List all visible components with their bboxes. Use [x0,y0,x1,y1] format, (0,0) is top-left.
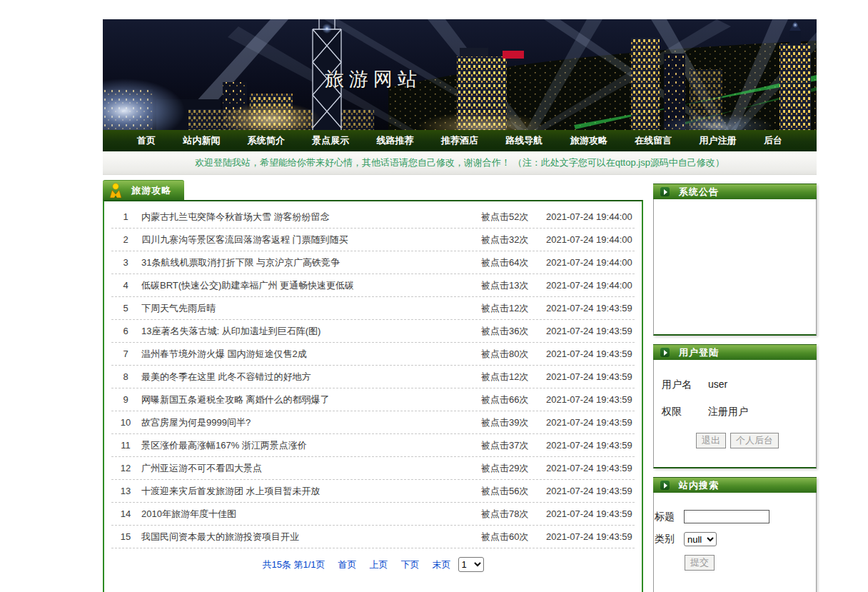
search-category-select[interactable]: null [684,532,717,546]
news-click-count: 被点击37次 [481,439,546,452]
news-click-count: 被点击12次 [481,371,546,383]
announcement-body [653,199,817,336]
nav-item[interactable]: 首页 [137,134,156,147]
news-title-link[interactable]: 31条航线机票取消打折下限 与京沪京广高铁竞争 [141,256,481,269]
news-title-link[interactable]: 景区涨价最高涨幅167% 浙江两景点涨价 [141,439,481,452]
panel-login-title: 用户登陆 [679,346,719,359]
pagination-next-link[interactable]: 下页 [401,558,420,571]
panel-search-title: 站内搜索 [679,479,719,492]
news-row: 10 故宫房屋为何是9999间半? 被点击39次 2021-07-24 19:4… [111,411,635,434]
welcome-bar: 欢迎登陆我站，希望能给你带来好心情，其他话语请您自己修改，谢谢合作！ （注：此处… [103,151,817,175]
news-row: 5 下周天气先雨后晴 被点击12次 2021-07-24 19:43:59 [111,297,635,320]
news-title-link[interactable]: 十渡迎来灾后首发旅游团 水上项目暂未开放 [141,485,481,498]
news-title-link[interactable]: 四川九寨沟等景区客流回落游客返程 门票随到随买 [141,234,481,246]
main-nav: 首页 站内新闻 系统简介 景点展示 线路推荐 推荐酒店 路线导航 旅游攻略 在线… [103,130,817,151]
news-timestamp: 2021-07-24 19:43:59 [546,486,635,496]
tab-travel-guide: 旅游攻略 [103,180,184,200]
news-title-link[interactable]: 2010年旅游年度十佳图 [141,508,481,521]
news-index: 15 [116,531,136,542]
news-timestamp: 2021-07-24 19:43:59 [546,531,635,542]
personal-backend-button[interactable]: 个人后台 [730,433,779,448]
news-title-link[interactable]: 13座著名失落古城: 从印加遗址到巨石阵(图) [141,325,481,338]
news-title-link[interactable]: 我国民间资本最大的旅游投资项目开业 [141,531,481,543]
logout-button[interactable]: 退出 [696,433,726,448]
nav-item[interactable]: 站内新闻 [183,134,220,147]
news-timestamp: 2021-07-24 19:44:00 [546,280,635,291]
news-index: 2 [116,234,136,245]
sidebar: 系统公告 用户登陆 用户名 user 权限 注册用户 [653,184,817,592]
news-row: 9 网曝新国五条避税全攻略 离婚什么的都弱爆了 被点击66次 2021-07-2… [111,388,635,411]
news-click-count: 被点击66次 [481,393,546,406]
pagination-summary: 共15条 第1/1页 [262,558,325,571]
news-title-link[interactable]: 低碳BRT(快速公交)助建幸福广州 更通畅快速更低碳 [141,279,481,292]
news-row: 6 13座著名失落古城: 从印加遗址到巨石阵(图) 被点击36次 2021-07… [111,320,635,343]
page-container: 旅游网站 首页 站内新闻 系统简介 景点展示 线路推荐 推荐酒店 路线导航 旅游… [103,19,817,592]
username-label: 用户名 [662,378,708,391]
nav-item[interactable]: 路线导航 [505,134,542,147]
arrow-icon [660,348,670,357]
nav-item[interactable]: 旅游攻略 [570,134,607,147]
nav-item[interactable]: 景点展示 [312,134,349,147]
nav-item[interactable]: 用户注册 [700,134,737,147]
banner-image: 旅游网站 [103,19,817,130]
news-index: 3 [116,257,136,268]
panel-announcement-header: 系统公告 [653,184,817,199]
news-title-link[interactable]: 温州春节境外游火爆 国内游短途仅售2成 [141,348,481,361]
news-timestamp: 2021-07-24 19:43:59 [546,394,635,405]
news-click-count: 被点击64次 [481,256,546,269]
news-timestamp: 2021-07-24 19:43:59 [546,417,635,428]
panel-search: 站内搜索 标题 类别 null 提交 [653,477,817,592]
nav-item[interactable]: 推荐酒店 [441,134,478,147]
pagination-last-link[interactable]: 末页 [433,558,451,571]
news-timestamp: 2021-07-24 19:44:00 [546,257,635,268]
panel-login: 用户登陆 用户名 user 权限 注册用户 退出 个人后台 [653,344,817,468]
news-click-count: 被点击36次 [481,325,546,338]
panel-login-header: 用户登陆 [653,344,817,360]
news-click-count: 被点击78次 [481,508,546,521]
welcome-text: 欢迎登陆我站，希望能给你带来好心情，其他话语请您自己修改，谢谢合作！ （注：此处… [195,156,725,169]
pagination: 共15条 第1/1页 首页 上页 下页 末页 1 [104,557,642,572]
news-row: 1 内蒙古扎兰屯突降今秋首场大雪 游客纷纷留念 被点击52次 2021-07-2… [111,206,635,229]
search-submit-button[interactable]: 提交 [685,555,715,571]
news-timestamp: 2021-07-24 19:44:00 [546,211,635,222]
nav-item[interactable]: 后台 [764,134,782,147]
news-title-link[interactable]: 下周天气先雨后晴 [141,302,481,315]
username-value: user [708,378,727,391]
nav-item[interactable]: 系统简介 [248,134,285,147]
news-title-link[interactable]: 内蒙古扎兰屯突降今秋首场大雪 游客纷纷留念 [141,211,481,224]
page-number-select[interactable]: 1 [458,557,484,572]
news-row: 3 31条航线机票取消打折下限 与京沪京广高铁竞争 被点击64次 2021-07… [111,251,635,274]
nav-item[interactable]: 在线留言 [635,134,672,147]
news-title-link[interactable]: 最美的冬季在这里 此冬不容错过的好地方 [141,371,481,383]
news-title-link[interactable]: 广州亚运游不可不看四大景点 [141,462,481,475]
search-body: 标题 类别 null 提交 [653,493,817,592]
news-click-count: 被点击60次 [481,531,546,543]
site-title: 旅游网站 [325,66,422,92]
panel-announcement: 系统公告 [653,184,817,336]
login-body: 用户名 user 权限 注册用户 退出 个人后台 [653,360,817,468]
news-title-link[interactable]: 网曝新国五条避税全攻略 离婚什么的都弱爆了 [141,393,481,406]
news-row: 13 十渡迎来灾后首发旅游团 水上项目暂未开放 被点击56次 2021-07-2… [111,480,635,503]
news-index: 9 [116,394,136,405]
search-title-input[interactable] [684,510,769,523]
nav-item[interactable]: 线路推荐 [377,134,414,147]
news-click-count: 被点击29次 [481,462,546,475]
role-label: 权限 [662,406,708,418]
news-index: 6 [116,326,136,336]
news-index: 12 [116,463,136,473]
news-index: 8 [116,371,136,382]
news-row: 2 四川九寨沟等景区客流回落游客返程 门票随到随买 被点击32次 2021-07… [111,229,635,251]
person-logo-icon [108,183,123,199]
news-index: 1 [116,211,136,222]
news-timestamp: 2021-07-24 19:43:59 [546,326,635,336]
news-index: 10 [116,417,136,428]
pagination-prev-link[interactable]: 上页 [370,558,388,571]
news-title-link[interactable]: 故宫房屋为何是9999间半? [141,416,481,429]
news-index: 13 [116,486,136,496]
news-click-count: 被点击52次 [481,211,546,224]
news-timestamp: 2021-07-24 19:43:59 [546,348,635,359]
news-click-count: 被点击13次 [481,279,546,292]
news-row: 15 我国民间资本最大的旅游投资项目开业 被点击60次 2021-07-24 1… [111,526,635,548]
pagination-first-link[interactable]: 首页 [338,558,357,571]
news-click-count: 被点击80次 [481,348,546,361]
